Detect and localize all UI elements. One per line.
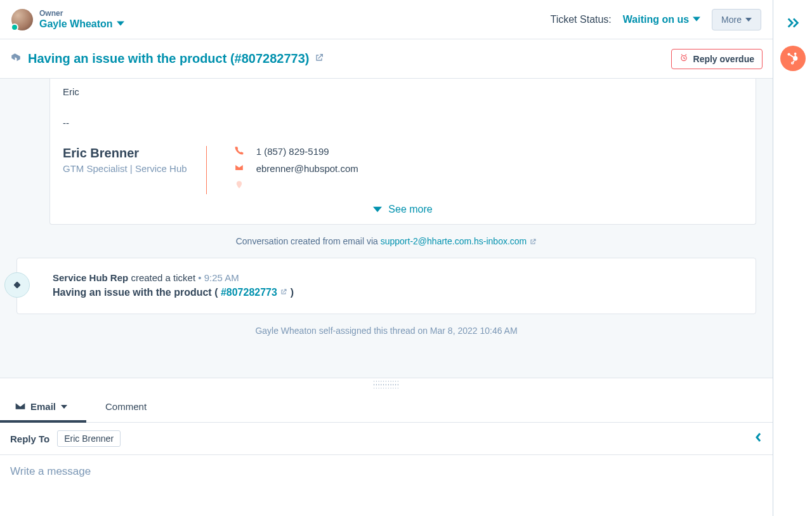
owner-dropdown[interactable]: Gayle Wheaton	[39, 18, 124, 30]
caret-down-icon	[61, 401, 67, 412]
header-ticket-title: Having an issue with the product (#80728…	[0, 39, 773, 79]
phone-icon	[235, 146, 244, 157]
event-actor: Service Hub Rep	[53, 272, 128, 283]
source-email-link[interactable]: support-2@hharte.com.hs-inbox.com	[381, 236, 527, 246]
more-button[interactable]: More	[712, 9, 761, 30]
collapse-recipients-icon[interactable]	[755, 433, 763, 444]
external-link-icon[interactable]	[527, 236, 537, 246]
svg-point-3	[794, 53, 796, 55]
event-time: 9:25 AM	[204, 272, 239, 283]
chevron-down-icon	[373, 205, 382, 214]
see-more-button[interactable]: See more	[50, 194, 756, 224]
conversation-thread: Eric -- Eric Brenner GTM Specialist | Se…	[0, 79, 773, 378]
external-link-icon[interactable]	[314, 53, 324, 65]
external-link-icon[interactable]	[280, 287, 287, 298]
message-editor[interactable]	[0, 455, 773, 516]
ticket-created-event: Service Hub Rep created a ticket • 9:25 …	[16, 258, 756, 314]
message-closing: Eric	[63, 86, 743, 97]
location-icon	[235, 180, 244, 191]
signature-title: GTM Specialist | Service Hub	[63, 163, 187, 174]
message-input[interactable]	[10, 465, 763, 478]
email-signature: Eric Brenner GTM Specialist | Service Hu…	[63, 146, 743, 194]
event-ticket-number-link[interactable]: #807282773	[221, 287, 277, 298]
presence-indicator	[11, 23, 18, 31]
alarm-clock-icon	[679, 53, 688, 65]
caret-down-icon	[745, 17, 752, 23]
compose-tabs: Email Comment	[0, 391, 773, 423]
email-message-card: Eric -- Eric Brenner GTM Specialist | Se…	[49, 79, 756, 225]
compose-area: Email Comment Reply To Eric Brenner	[0, 391, 773, 516]
reply-to-chip[interactable]: Eric Brenner	[57, 430, 121, 447]
svg-rect-1	[13, 281, 20, 288]
reply-to-label: Reply To	[10, 433, 49, 444]
envelope-icon	[15, 401, 25, 412]
reply-overdue-badge: Reply overdue	[671, 49, 763, 69]
owner-label: Owner	[39, 9, 124, 18]
caret-down-icon	[117, 18, 124, 30]
resize-handle[interactable]: ::::::::::::::::::::::	[0, 378, 773, 391]
signature-email: ebrenner@hubspot.com	[256, 163, 358, 174]
event-ticket-title: Having an issue with the product	[53, 287, 212, 298]
ticket-status-label: Ticket Status:	[550, 14, 611, 25]
signature-phone: 1 (857) 829-5199	[256, 146, 329, 157]
email-icon	[235, 163, 244, 174]
owner-block: Owner Gayle Wheaton	[11, 9, 124, 30]
ticket-badge-icon	[4, 272, 30, 298]
conversation-source: Conversation created from email via supp…	[0, 225, 773, 258]
tab-email[interactable]: Email	[15, 391, 67, 422]
owner-avatar[interactable]	[11, 9, 33, 30]
header-owner-status: Owner Gayle Wheaton Ticket Status: Waiti…	[0, 0, 773, 39]
reply-to-row: Reply To Eric Brenner	[0, 423, 773, 455]
self-assign-note: Gayle Wheaton self-assigned this thread …	[0, 314, 773, 341]
collapse-panel-button[interactable]	[782, 11, 804, 34]
ticket-icon	[10, 52, 22, 66]
ticket-status-dropdown[interactable]: Waiting on us	[623, 14, 700, 25]
signature-separator: --	[63, 117, 743, 128]
tab-comment[interactable]: Comment	[105, 391, 147, 422]
hubspot-logo-icon[interactable]	[780, 46, 806, 71]
right-rail	[773, 0, 812, 516]
caret-down-icon	[693, 14, 700, 25]
ticket-title-link[interactable]: Having an issue with the product (#80728…	[28, 51, 309, 66]
signature-name: Eric Brenner	[63, 146, 187, 161]
